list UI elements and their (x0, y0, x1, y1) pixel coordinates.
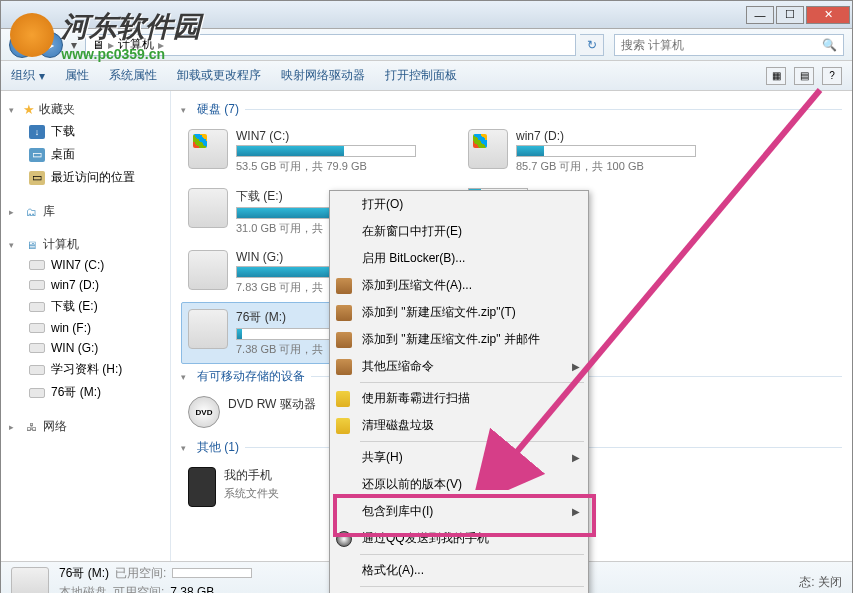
menu-item-label: 启用 BitLocker(B)... (362, 250, 465, 267)
menu-item-label: 通过QQ发送到我的手机 (362, 530, 489, 547)
nav-history-dropdown[interactable]: ▾ (67, 35, 81, 55)
help-button[interactable]: ? (822, 67, 842, 85)
menu-separator (360, 554, 584, 555)
menu-separator (360, 586, 584, 587)
menu-item[interactable]: 在新窗口中打开(E) (330, 218, 588, 245)
toolbar: 组织▾ 属性 系统属性 卸载或更改程序 映射网络驱动器 打开控制面板 ▦ ▤ ? (1, 61, 852, 91)
menu-item-label: 包含到库中(I) (362, 503, 433, 520)
avail-label: 可用空间: (113, 584, 164, 594)
system-properties-button[interactable]: 系统属性 (109, 67, 157, 84)
view-mode-button[interactable]: ▦ (766, 67, 786, 85)
status-drive-icon (11, 567, 49, 594)
collapse-icon: ▾ (181, 372, 191, 382)
titlebar: — ☐ ✕ (1, 1, 852, 29)
nav-back-button[interactable]: ◄ (9, 32, 35, 58)
control-panel-button[interactable]: 打开控制面板 (385, 67, 457, 84)
minimize-button[interactable]: — (746, 6, 774, 24)
sidebar-favorites-header[interactable]: ▾ ★ 收藏夹 (5, 99, 166, 120)
shield-icon (336, 391, 350, 407)
menu-item-label: 在新窗口中打开(E) (362, 223, 462, 240)
maximize-button[interactable]: ☐ (776, 6, 804, 24)
menu-item-label: 清理磁盘垃圾 (362, 417, 434, 434)
preview-pane-button[interactable]: ▤ (794, 67, 814, 85)
desktop-icon: ▭ (29, 148, 45, 162)
menu-item[interactable]: 复制(C) (330, 589, 588, 593)
menu-item[interactable]: 格式化(A)... (330, 557, 588, 584)
status-extra: 态: 关闭 (799, 574, 842, 591)
usage-bar (516, 145, 696, 157)
drive-usage-text: 53.5 GB 可用，共 79.9 GB (236, 159, 454, 174)
status-type: 本地磁盘 (59, 584, 107, 594)
qq-icon (336, 531, 352, 547)
organize-menu[interactable]: 组织▾ (11, 67, 45, 84)
breadcrumb-sep: ▸ (158, 38, 164, 52)
sidebar-item-drive-e[interactable]: 下载 (E:) (5, 295, 166, 318)
sidebar-item-drive-d[interactable]: win7 (D:) (5, 275, 166, 295)
drive-icon (29, 323, 45, 333)
sidebar-item-drive-f[interactable]: win (F:) (5, 318, 166, 338)
menu-item-label: 添加到 "新建压缩文件.zip" 并邮件 (362, 331, 540, 348)
search-box[interactable]: 🔍 (614, 34, 844, 56)
context-menu: 打开(O)在新窗口中打开(E)启用 BitLocker(B)...添加到压缩文件… (329, 190, 589, 593)
recent-icon: ▭ (29, 171, 45, 185)
submenu-arrow-icon: ▶ (572, 506, 580, 517)
search-input[interactable] (621, 38, 822, 52)
drive-icon (29, 280, 45, 290)
search-icon[interactable]: 🔍 (822, 38, 837, 52)
menu-item[interactable]: 包含到库中(I)▶ (330, 498, 588, 525)
computer-icon: 🖥 (23, 238, 39, 252)
sidebar-item-desktop[interactable]: ▭桌面 (5, 143, 166, 166)
menu-item[interactable]: 还原以前的版本(V) (330, 471, 588, 498)
submenu-arrow-icon: ▶ (572, 452, 580, 463)
sidebar-item-downloads[interactable]: ↓下载 (5, 120, 166, 143)
dvd-icon: DVD (188, 396, 220, 428)
sidebar: ▾ ★ 收藏夹 ↓下载 ▭桌面 ▭最近访问的位置 ▸ 🗂 库 ▾ 🖥 (1, 91, 171, 561)
menu-item-label: 添加到 "新建压缩文件.zip"(T) (362, 304, 516, 321)
status-avail-value: 7.38 GB (170, 585, 214, 593)
sidebar-item-drive-g[interactable]: WIN (G:) (5, 338, 166, 358)
drive-d[interactable]: win7 (D:) 85.7 GB 可用，共 100 GB (461, 122, 741, 181)
menu-item[interactable]: 清理磁盘垃圾 (330, 412, 588, 439)
drive-icon (29, 343, 45, 353)
sidebar-item-drive-h[interactable]: 学习资料 (H:) (5, 358, 166, 381)
navbar: ◄ ► ▾ 🖥 ▸ 计算机 ▸ ↻ 🔍 (1, 29, 852, 61)
menu-item[interactable]: 启用 BitLocker(B)... (330, 245, 588, 272)
menu-item-label: 共享(H) (362, 449, 403, 466)
map-drive-button[interactable]: 映射网络驱动器 (281, 67, 365, 84)
menu-item[interactable]: 添加到 "新建压缩文件.zip"(T) (330, 299, 588, 326)
menu-item[interactable]: 添加到 "新建压缩文件.zip" 并邮件 (330, 326, 588, 353)
menu-item[interactable]: 打开(O) (330, 191, 588, 218)
status-usage-bar (172, 568, 252, 578)
group-header-hdd[interactable]: ▾ 硬盘 (7) (181, 97, 842, 122)
sidebar-libraries-header[interactable]: ▸ 🗂 库 (5, 201, 166, 222)
drive-c[interactable]: WIN7 (C:) 53.5 GB 可用，共 79.9 GB (181, 122, 461, 181)
nav-forward-button[interactable]: ► (37, 32, 63, 58)
menu-item-label: 打开(O) (362, 196, 403, 213)
status-name: 76哥 (M:) (59, 565, 109, 582)
menu-item[interactable]: 共享(H)▶ (330, 444, 588, 471)
sidebar-item-drive-c[interactable]: WIN7 (C:) (5, 255, 166, 275)
collapse-icon: ▸ (9, 207, 19, 217)
close-button[interactable]: ✕ (806, 6, 850, 24)
menu-item[interactable]: 其他压缩命令▶ (330, 353, 588, 380)
drive-icon (188, 188, 228, 228)
network-icon: 🖧 (23, 420, 39, 434)
sidebar-network-header[interactable]: ▸ 🖧 网络 (5, 416, 166, 437)
arc-icon (336, 305, 352, 321)
sidebar-item-drive-m[interactable]: 76哥 (M:) (5, 381, 166, 404)
breadcrumb-computer[interactable]: 计算机 (118, 36, 154, 53)
uninstall-button[interactable]: 卸载或更改程序 (177, 67, 261, 84)
usage-bar (236, 145, 416, 157)
menu-item[interactable]: 通过QQ发送到我的手机 (330, 525, 588, 552)
menu-item[interactable]: 添加到压缩文件(A)... (330, 272, 588, 299)
properties-button[interactable]: 属性 (65, 67, 89, 84)
sidebar-computer-header[interactable]: ▾ 🖥 计算机 (5, 234, 166, 255)
menu-item[interactable]: 使用新毒霸进行扫描 (330, 385, 588, 412)
computer-icon: 🖥 (92, 38, 104, 52)
address-bar[interactable]: 🖥 ▸ 计算机 ▸ (85, 34, 576, 56)
drive-label: WIN7 (C:) (236, 129, 454, 143)
library-icon: 🗂 (23, 205, 39, 219)
sidebar-item-recent[interactable]: ▭最近访问的位置 (5, 166, 166, 189)
refresh-button[interactable]: ↻ (580, 34, 604, 56)
menu-separator (360, 441, 584, 442)
